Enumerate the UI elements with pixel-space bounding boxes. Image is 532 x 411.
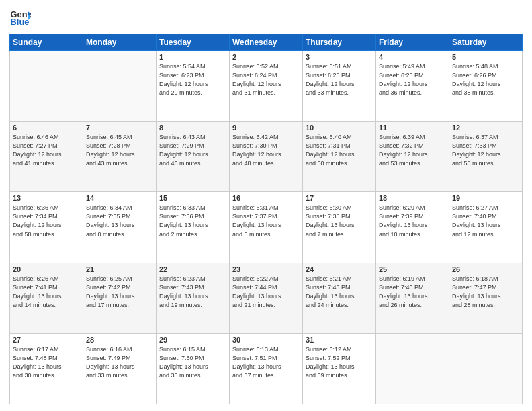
logo: General Blue: [9, 7, 31, 28]
day-number: 23: [232, 265, 300, 273]
calendar-cell: 7Sunrise: 6:45 AM Sunset: 7:28 PM Daylig…: [83, 122, 157, 192]
calendar-cell: 19Sunrise: 6:27 AM Sunset: 7:40 PM Dayli…: [449, 192, 523, 263]
calendar-cell: 3Sunrise: 5:51 AM Sunset: 6:25 PM Daylig…: [303, 51, 376, 122]
calendar-cell: 15Sunrise: 6:33 AM Sunset: 7:36 PM Dayli…: [157, 192, 230, 263]
calendar-cell: 6Sunrise: 6:46 AM Sunset: 7:27 PM Daylig…: [10, 122, 83, 192]
day-number: 24: [306, 265, 373, 273]
calendar-cell: 10Sunrise: 6:40 AM Sunset: 7:31 PM Dayli…: [303, 122, 376, 192]
day-number: 21: [86, 265, 153, 273]
day-info: Sunrise: 6:30 AM Sunset: 7:38 PM Dayligh…: [306, 203, 373, 238]
col-header-wednesday: Wednesday: [230, 34, 303, 51]
day-info: Sunrise: 5:48 AM Sunset: 6:26 PM Dayligh…: [452, 62, 519, 97]
day-number: 16: [232, 194, 300, 202]
calendar-cell: [376, 333, 449, 404]
day-number: 6: [13, 124, 80, 132]
day-info: Sunrise: 5:51 AM Sunset: 6:25 PM Dayligh…: [306, 62, 373, 97]
day-info: Sunrise: 6:27 AM Sunset: 7:40 PM Dayligh…: [452, 203, 519, 238]
calendar-cell: 21Sunrise: 6:25 AM Sunset: 7:42 PM Dayli…: [83, 263, 157, 333]
day-info: Sunrise: 6:45 AM Sunset: 7:28 PM Dayligh…: [86, 133, 153, 168]
day-number: 9: [232, 124, 300, 132]
calendar-cell: 4Sunrise: 5:49 AM Sunset: 6:25 PM Daylig…: [376, 51, 449, 122]
calendar-cell: [10, 51, 83, 122]
calendar-cell: 8Sunrise: 6:43 AM Sunset: 7:29 PM Daylig…: [157, 122, 230, 192]
day-number: 22: [159, 265, 226, 273]
calendar-cell: 2Sunrise: 5:52 AM Sunset: 6:24 PM Daylig…: [230, 51, 303, 122]
calendar-cell: 24Sunrise: 6:21 AM Sunset: 7:45 PM Dayli…: [303, 263, 376, 333]
day-info: Sunrise: 6:36 AM Sunset: 7:34 PM Dayligh…: [13, 203, 80, 238]
calendar-cell: 12Sunrise: 6:37 AM Sunset: 7:33 PM Dayli…: [449, 122, 523, 192]
day-number: 25: [379, 265, 446, 273]
day-info: Sunrise: 6:25 AM Sunset: 7:42 PM Dayligh…: [86, 275, 153, 310]
col-header-sunday: Sunday: [10, 34, 83, 51]
col-header-friday: Friday: [376, 34, 449, 51]
day-number: 14: [86, 194, 153, 202]
day-number: 19: [452, 194, 519, 202]
calendar-cell: 18Sunrise: 6:29 AM Sunset: 7:39 PM Dayli…: [376, 192, 449, 263]
day-number: 28: [86, 336, 153, 344]
day-info: Sunrise: 6:12 AM Sunset: 7:52 PM Dayligh…: [306, 345, 373, 380]
day-info: Sunrise: 6:39 AM Sunset: 7:32 PM Dayligh…: [379, 133, 446, 168]
calendar-cell: 9Sunrise: 6:42 AM Sunset: 7:30 PM Daylig…: [230, 122, 303, 192]
day-number: 17: [306, 194, 373, 202]
day-info: Sunrise: 6:43 AM Sunset: 7:29 PM Dayligh…: [159, 133, 226, 168]
day-info: Sunrise: 6:17 AM Sunset: 7:48 PM Dayligh…: [13, 345, 80, 380]
col-header-thursday: Thursday: [303, 34, 376, 51]
day-number: 4: [379, 53, 446, 61]
col-header-tuesday: Tuesday: [157, 34, 230, 51]
day-number: 12: [452, 124, 519, 132]
day-info: Sunrise: 5:54 AM Sunset: 6:23 PM Dayligh…: [159, 62, 226, 97]
day-number: 15: [159, 194, 226, 202]
svg-text:Blue: Blue: [11, 17, 30, 27]
day-info: Sunrise: 6:18 AM Sunset: 7:47 PM Dayligh…: [452, 275, 519, 310]
page-header: General Blue: [9, 7, 523, 28]
day-number: 11: [379, 124, 446, 132]
calendar-cell: 16Sunrise: 6:31 AM Sunset: 7:37 PM Dayli…: [230, 192, 303, 263]
day-number: 30: [232, 336, 300, 344]
day-number: 13: [13, 194, 80, 202]
day-info: Sunrise: 6:34 AM Sunset: 7:35 PM Dayligh…: [86, 203, 153, 238]
day-info: Sunrise: 6:16 AM Sunset: 7:49 PM Dayligh…: [86, 345, 153, 380]
day-info: Sunrise: 6:26 AM Sunset: 7:41 PM Dayligh…: [13, 275, 80, 310]
day-number: 29: [159, 336, 226, 344]
calendar-cell: 22Sunrise: 6:23 AM Sunset: 7:43 PM Dayli…: [157, 263, 230, 333]
calendar-cell: 28Sunrise: 6:16 AM Sunset: 7:49 PM Dayli…: [83, 333, 157, 404]
calendar-cell: 1Sunrise: 5:54 AM Sunset: 6:23 PM Daylig…: [157, 51, 230, 122]
calendar-cell: 20Sunrise: 6:26 AM Sunset: 7:41 PM Dayli…: [10, 263, 83, 333]
day-info: Sunrise: 6:46 AM Sunset: 7:27 PM Dayligh…: [13, 133, 80, 168]
calendar-cell: 14Sunrise: 6:34 AM Sunset: 7:35 PM Dayli…: [83, 192, 157, 263]
day-number: 3: [306, 53, 373, 61]
day-info: Sunrise: 6:42 AM Sunset: 7:30 PM Dayligh…: [232, 133, 300, 168]
day-number: 10: [306, 124, 373, 132]
logo-icon: General Blue: [9, 7, 31, 28]
calendar-cell: 26Sunrise: 6:18 AM Sunset: 7:47 PM Dayli…: [449, 263, 523, 333]
day-number: 8: [159, 124, 226, 132]
day-number: 20: [13, 265, 80, 273]
day-info: Sunrise: 6:21 AM Sunset: 7:45 PM Dayligh…: [306, 275, 373, 310]
calendar-cell: 30Sunrise: 6:13 AM Sunset: 7:51 PM Dayli…: [230, 333, 303, 404]
day-info: Sunrise: 6:33 AM Sunset: 7:36 PM Dayligh…: [159, 203, 226, 238]
day-info: Sunrise: 6:37 AM Sunset: 7:33 PM Dayligh…: [452, 133, 519, 168]
calendar-cell: [449, 333, 523, 404]
calendar-cell: 13Sunrise: 6:36 AM Sunset: 7:34 PM Dayli…: [10, 192, 83, 263]
day-info: Sunrise: 6:19 AM Sunset: 7:46 PM Dayligh…: [379, 275, 446, 310]
day-number: 1: [159, 53, 226, 61]
col-header-monday: Monday: [83, 34, 157, 51]
day-number: 27: [13, 336, 80, 344]
day-number: 18: [379, 194, 446, 202]
day-number: 26: [452, 265, 519, 273]
calendar-cell: 11Sunrise: 6:39 AM Sunset: 7:32 PM Dayli…: [376, 122, 449, 192]
calendar-cell: 5Sunrise: 5:48 AM Sunset: 6:26 PM Daylig…: [449, 51, 523, 122]
calendar-cell: 27Sunrise: 6:17 AM Sunset: 7:48 PM Dayli…: [10, 333, 83, 404]
calendar-cell: 17Sunrise: 6:30 AM Sunset: 7:38 PM Dayli…: [303, 192, 376, 263]
calendar-cell: 25Sunrise: 6:19 AM Sunset: 7:46 PM Dayli…: [376, 263, 449, 333]
day-number: 2: [232, 53, 300, 61]
day-number: 31: [306, 336, 373, 344]
day-info: Sunrise: 5:52 AM Sunset: 6:24 PM Dayligh…: [232, 62, 300, 97]
col-header-saturday: Saturday: [449, 34, 523, 51]
day-info: Sunrise: 6:29 AM Sunset: 7:39 PM Dayligh…: [379, 203, 446, 238]
day-info: Sunrise: 6:22 AM Sunset: 7:44 PM Dayligh…: [232, 275, 300, 310]
day-info: Sunrise: 6:40 AM Sunset: 7:31 PM Dayligh…: [306, 133, 373, 168]
day-number: 7: [86, 124, 153, 132]
calendar-cell: 29Sunrise: 6:15 AM Sunset: 7:50 PM Dayli…: [157, 333, 230, 404]
day-number: 5: [452, 53, 519, 61]
